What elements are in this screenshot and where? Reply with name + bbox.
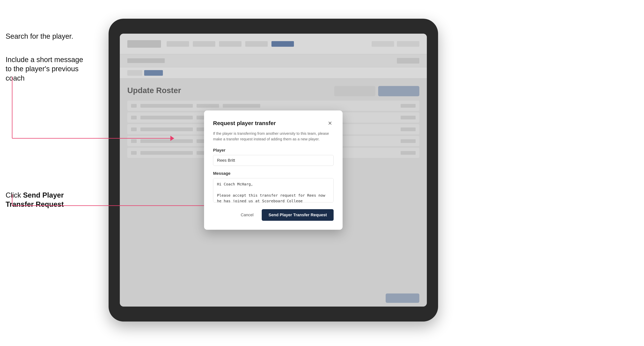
tablet-screen: Update Roster xyxy=(120,34,427,307)
modal-dialog: Request player transfer ✕ If the player … xyxy=(204,111,342,230)
cancel-button[interactable]: Cancel xyxy=(236,210,258,220)
modal-actions: Cancel Send Player Transfer Request xyxy=(213,209,334,221)
player-search-input[interactable] xyxy=(213,155,334,166)
player-field-label: Player xyxy=(213,148,334,153)
tablet-device: Update Roster xyxy=(108,19,438,322)
modal-close-button[interactable]: ✕ xyxy=(326,119,334,127)
modal-header: Request player transfer ✕ xyxy=(213,119,334,127)
modal-description: If the player is transferring from anoth… xyxy=(213,131,334,142)
message-field-label: Message xyxy=(213,171,334,176)
annotation-click-text: Click Send Player Transfer Request xyxy=(6,191,86,209)
message-textarea[interactable]: Hi Coach McHarg, Please accept this tran… xyxy=(213,178,334,202)
annotation-search-text: Search for the player. xyxy=(6,32,84,41)
send-transfer-request-button[interactable]: Send Player Transfer Request xyxy=(262,209,334,221)
modal-title: Request player transfer xyxy=(213,120,276,126)
annotation-message-text: Include a short message to the player's … xyxy=(6,55,86,83)
